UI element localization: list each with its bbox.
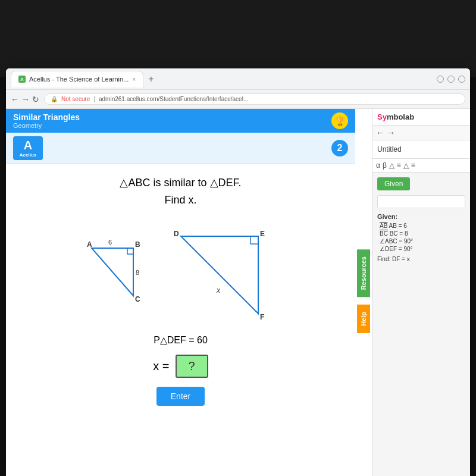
answer-box[interactable]: ? xyxy=(176,355,208,378)
x-equals-label: x = xyxy=(153,359,169,373)
equiv-symbol1[interactable]: ≡ xyxy=(397,161,401,170)
svg-text:x: x xyxy=(216,286,221,295)
untitled-area: Untitled xyxy=(372,140,470,159)
problem-line1: △ABC is similar to △DEF. xyxy=(24,176,337,189)
security-icon: 🔒 xyxy=(51,96,58,102)
given-item-bc: BC BC = 8 xyxy=(377,230,465,237)
subject-subtitle: Geometry xyxy=(13,122,325,129)
new-tab-button[interactable]: + xyxy=(146,74,156,84)
svg-text:8: 8 xyxy=(136,269,139,276)
forward-button[interactable]: → xyxy=(21,95,30,104)
help-button[interactable]: Help xyxy=(357,305,370,333)
given-input[interactable] xyxy=(377,195,465,208)
svg-marker-0 xyxy=(92,248,133,296)
answer-area: x = ? xyxy=(24,355,337,378)
triangles-svg: A B C 6 8 D xyxy=(56,218,306,325)
problem-line2: Find x. xyxy=(24,194,337,206)
browser-chrome: A Acellus - The Science of Learnin... × … xyxy=(6,68,470,90)
svg-text:B: B xyxy=(135,240,140,249)
perimeter-value: P△DEF = 60 xyxy=(154,335,208,345)
acellus-header: Similar Triangles Geometry 🏆 xyxy=(6,109,355,133)
logo-text: Acellus xyxy=(20,152,36,158)
beta-symbol[interactable]: β xyxy=(383,161,387,170)
given-item-ab: AB AB = 6 xyxy=(377,223,465,229)
security-label: Not secure xyxy=(61,96,90,102)
address-text: admin261.acellus.com/StudentFunctions/In… xyxy=(99,96,248,102)
svg-rect-1 xyxy=(127,248,133,254)
given-ab-value: AB = 6 xyxy=(389,223,407,229)
top-dark-area xyxy=(0,0,476,77)
symbolab-logo: Symbolab xyxy=(377,112,414,121)
nav-buttons: ← → ↻ xyxy=(11,95,39,104)
acellus-main: Similar Triangles Geometry 🏆 A Acellus 2… xyxy=(6,109,355,476)
svg-text:F: F xyxy=(260,313,264,321)
svg-text:D: D xyxy=(174,230,179,238)
triangle-symbol2[interactable]: △ xyxy=(403,161,409,170)
triangle-symbol1[interactable]: △ xyxy=(389,161,394,170)
reload-button[interactable]: ↻ xyxy=(32,95,39,104)
side-buttons-area: Resources Help xyxy=(355,109,372,476)
tab-label: Acellus - The Science of Learnin... xyxy=(29,76,129,83)
acellus-logo-bar: A Acellus 2 xyxy=(6,133,355,164)
tab-bar: A Acellus - The Science of Learnin... × … xyxy=(11,71,434,87)
tab-favicon: A xyxy=(18,76,26,83)
svg-marker-7 xyxy=(181,236,258,314)
answer-placeholder: ? xyxy=(189,359,195,372)
perimeter-text: P△DEF = 60 xyxy=(24,334,337,346)
given-button[interactable]: Given xyxy=(377,177,410,190)
question-number: 2 xyxy=(331,140,348,156)
address-input[interactable]: 🔒 Not secure | admin261.acellus.com/Stud… xyxy=(44,93,465,105)
window-close-button[interactable]: × xyxy=(458,76,465,83)
enter-button[interactable]: Enter xyxy=(156,387,205,406)
given-bc-value: BC = 8 xyxy=(390,230,408,237)
given-text-label: Given: xyxy=(377,213,465,220)
given-item-abc: ∠ABC = 90° xyxy=(377,238,465,245)
right-back-button[interactable]: ← xyxy=(376,128,384,137)
svg-text:E: E xyxy=(260,230,265,238)
browser-tab[interactable]: A Acellus - The Science of Learnin... × xyxy=(11,71,143,87)
given-item-def: ∠DEF = 90° xyxy=(377,246,465,252)
trophy-icon: 🏆 xyxy=(331,112,348,129)
window-maximize-button[interactable]: □ xyxy=(447,76,455,83)
svg-text:A: A xyxy=(87,240,92,249)
svg-rect-8 xyxy=(250,236,258,244)
find-text: Find: DF = x xyxy=(377,256,465,262)
given-section: Given Given: AB AB = 6 BC BC = 8 ∠ABC = … xyxy=(372,173,470,267)
equiv-symbol2[interactable]: ≡ xyxy=(411,161,415,170)
subject-title: Similar Triangles xyxy=(13,112,325,122)
tab-close-button[interactable]: × xyxy=(132,76,136,83)
svg-text:6: 6 xyxy=(108,239,112,246)
right-panel: Symbolab ← → Untitled α β △ ≡ △ ≡ xyxy=(372,109,470,476)
address-bar: ← → ↻ 🔒 Not secure | admin261.acellus.co… xyxy=(6,90,470,109)
mbolab-text: mbolab xyxy=(387,112,414,121)
symbolab-header: Symbolab xyxy=(372,109,470,126)
sy-highlight: Sy xyxy=(377,112,387,121)
svg-text:C: C xyxy=(135,295,140,303)
problem-area: △ABC is similar to △DEF. Find x. A B xyxy=(6,164,355,418)
resources-button[interactable]: Resources xyxy=(357,249,370,297)
browser-window: A Acellus - The Science of Learnin... × … xyxy=(6,68,470,476)
right-nav: ← → xyxy=(372,126,470,140)
window-controls: — □ × xyxy=(437,76,465,83)
triangle-area: A B C 6 8 D xyxy=(24,218,337,325)
alpha-symbol[interactable]: α xyxy=(376,161,380,170)
acellus-logo: A Acellus xyxy=(13,136,43,160)
address-separator: | xyxy=(93,96,95,102)
right-forward-button[interactable]: → xyxy=(387,128,395,137)
acellus-title-area: Similar Triangles Geometry xyxy=(13,112,325,129)
untitled-label: Untitled xyxy=(377,145,402,154)
logo-letter: A xyxy=(24,139,32,152)
back-button[interactable]: ← xyxy=(11,95,19,104)
page-content: Similar Triangles Geometry 🏆 A Acellus 2… xyxy=(6,109,470,476)
window-minimize-button[interactable]: — xyxy=(437,76,444,83)
symbolab-toolbar: α β △ ≡ △ ≡ xyxy=(372,159,470,173)
